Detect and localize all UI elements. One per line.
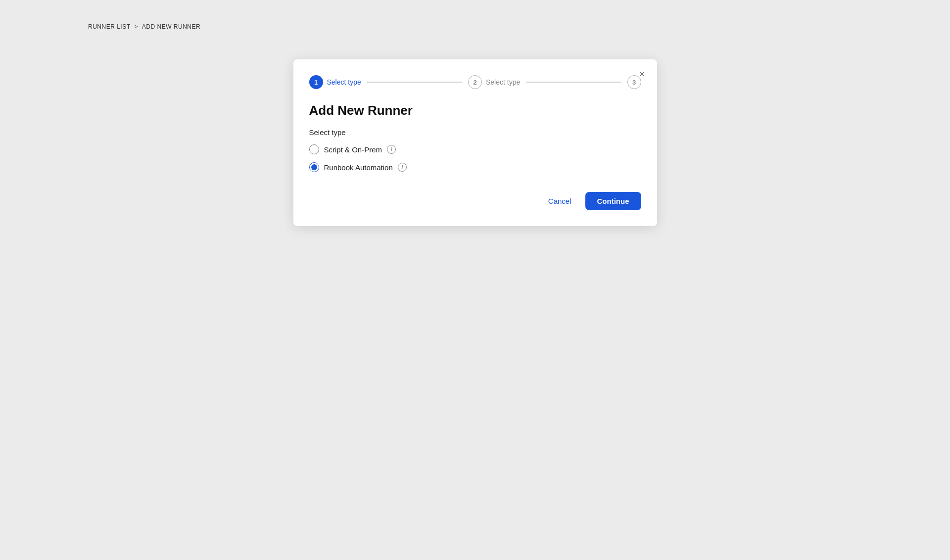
step-2-label: Select type [486, 78, 520, 86]
cancel-button[interactable]: Cancel [540, 193, 579, 209]
dialog-footer: Cancel Continue [309, 192, 641, 210]
continue-button[interactable]: Continue [585, 192, 641, 210]
step-1-label: Select type [327, 78, 361, 86]
step-line-1 [367, 82, 462, 83]
step-2: 2 Select type [468, 75, 520, 89]
radio-runbook[interactable] [309, 162, 319, 172]
dialog-title: Add New Runner [309, 103, 641, 118]
stepper: 1 Select type 2 Select type 3 [309, 75, 641, 89]
radio-item-script[interactable]: Script & On-Prem i [309, 144, 641, 154]
radio-group: Script & On-Prem i Runbook Automation i [309, 144, 641, 172]
section-label: Select type [309, 128, 641, 137]
radio-script-label: Script & On-Prem [324, 145, 382, 154]
info-icon-script[interactable]: i [387, 145, 396, 154]
dialog: × 1 Select type 2 Select type [293, 59, 657, 226]
dialog-overlay: × 1 Select type 2 Select type [0, 0, 950, 560]
info-icon-runbook[interactable]: i [398, 163, 407, 172]
radio-item-runbook[interactable]: Runbook Automation i [309, 162, 641, 172]
step-2-circle: 2 [468, 75, 482, 89]
step-1: 1 Select type [309, 75, 361, 89]
radio-script[interactable] [309, 144, 319, 154]
radio-runbook-label: Runbook Automation [324, 163, 393, 172]
step-1-circle: 1 [309, 75, 323, 89]
step-line-2 [526, 82, 621, 83]
close-button[interactable]: × [635, 67, 649, 81]
